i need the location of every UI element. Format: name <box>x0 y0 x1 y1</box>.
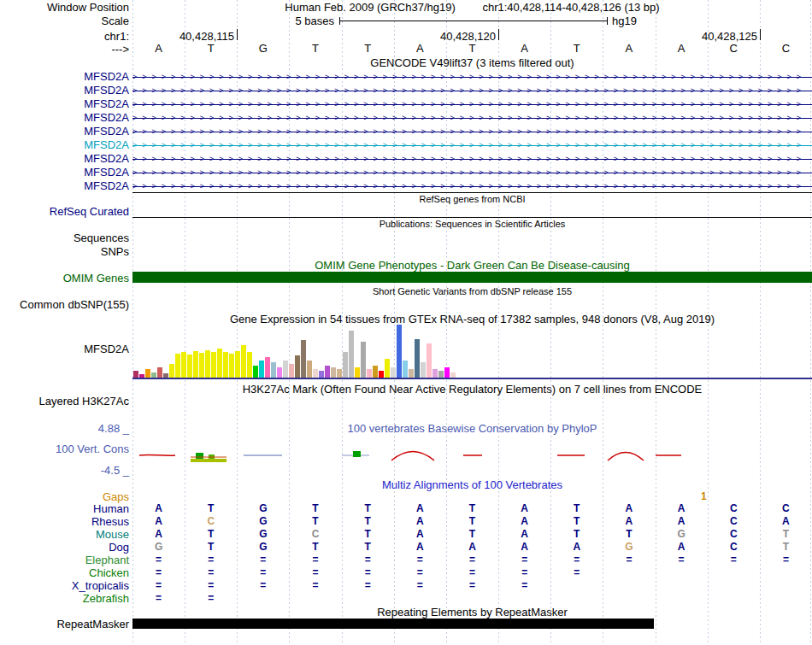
alignment-base: T <box>550 502 603 514</box>
gtex-bar-48[interactable] <box>415 339 420 378</box>
gtex-expression-chart[interactable] <box>133 325 456 378</box>
gtex-bar-52[interactable] <box>438 371 444 378</box>
gene-label-2[interactable]: MFSD2A <box>0 84 129 97</box>
gtex-bar-53[interactable] <box>444 367 450 378</box>
species-label-x_tropicalis[interactable]: X_tropicalis <box>0 579 129 592</box>
gtex-gene-label[interactable]: MFSD2A <box>0 343 129 355</box>
gtex-bar-13[interactable] <box>205 350 210 378</box>
gtex-bar-10[interactable] <box>187 355 192 378</box>
gtex-bar-5[interactable] <box>157 367 162 378</box>
gtex-bar-7[interactable] <box>169 364 174 378</box>
gtex-bar-44[interactable] <box>391 367 396 378</box>
gtex-bar-47[interactable] <box>409 369 414 378</box>
alignment-base: G <box>237 541 289 553</box>
repeatmasker-label[interactable]: RepeatMasker <box>0 618 129 630</box>
gtex-bar-43[interactable] <box>385 359 390 378</box>
species-label-dog[interactable]: Dog <box>0 541 129 554</box>
gtex-bar-20[interactable] <box>247 352 252 378</box>
gene-item-2[interactable]: >>>>>>>>>>>>>>>>>>>>>>>>>>>>>>>>>>>>>>>>… <box>132 85 812 97</box>
gtex-bar-46[interactable] <box>403 361 408 378</box>
ruler-base: A <box>656 42 708 55</box>
gtex-bar-12[interactable] <box>199 353 204 378</box>
species-label-zebrafish[interactable]: Zebrafish <box>0 592 129 605</box>
species-label-chicken[interactable]: Chicken <box>0 566 129 579</box>
gaps-label[interactable]: Gaps <box>0 490 129 503</box>
gtex-bar-8[interactable] <box>175 354 180 378</box>
alignment-base: = <box>237 554 289 566</box>
gtex-bar-1[interactable] <box>133 371 138 378</box>
gene-label-5[interactable]: MFSD2A <box>0 125 129 138</box>
gene-label-8[interactable]: MFSD2A <box>0 166 129 179</box>
sequences-label[interactable]: Sequences <box>0 232 129 244</box>
h3k27ac-label[interactable]: Layered H3K27Ac <box>0 395 129 408</box>
gene-label-7[interactable]: MFSD2A <box>0 152 129 165</box>
species-label-elephant[interactable]: Elephant <box>0 554 129 566</box>
refseq-title: RefSeq genes from NCBI <box>132 194 812 204</box>
gtex-bar-24[interactable] <box>271 362 276 378</box>
gtex-bar-42[interactable] <box>379 371 384 378</box>
gtex-bar-9[interactable] <box>181 352 186 378</box>
gtex-bar-19[interactable] <box>241 345 246 378</box>
gtex-bar-28[interactable] <box>295 355 300 378</box>
gtex-bar-26[interactable] <box>283 361 288 378</box>
gene-item-9[interactable]: >>>>>>>>>>>>>>>>>>>>>>>>>>>>>>>>>>>>>>>>… <box>132 180 812 192</box>
alignment-base: T <box>446 502 498 514</box>
gtex-bar-51[interactable] <box>432 369 438 378</box>
gtex-bar-14[interactable] <box>211 352 216 378</box>
gtex-bar-17[interactable] <box>229 354 234 378</box>
gtex-bar-31[interactable] <box>313 369 318 378</box>
dbsnp-label[interactable]: Common dbSNP(155) <box>0 298 129 311</box>
phylop-wiggle[interactable] <box>132 434 812 478</box>
gtex-bar-36[interactable] <box>343 352 348 378</box>
gene-item-5[interactable]: >>>>>>>>>>>>>>>>>>>>>>>>>>>>>>>>>>>>>>>>… <box>132 126 812 138</box>
gtex-bar-23[interactable] <box>265 357 270 378</box>
gene-item-8[interactable]: >>>>>>>>>>>>>>>>>>>>>>>>>>>>>>>>>>>>>>>>… <box>132 167 812 179</box>
gene-label-9[interactable]: MFSD2A <box>0 179 129 192</box>
alignment-base: C <box>708 515 760 527</box>
gtex-bar-15[interactable] <box>217 349 222 378</box>
species-label-rhesus[interactable]: Rhesus <box>0 515 129 528</box>
gtex-bar-40[interactable] <box>367 369 372 378</box>
gtex-bar-29[interactable] <box>301 340 306 378</box>
gene-item-4[interactable]: >>>>>>>>>>>>>>>>>>>>>>>>>>>>>>>>>>>>>>>>… <box>132 112 812 124</box>
gtex-bar-32[interactable] <box>319 371 324 378</box>
gtex-bar-11[interactable] <box>193 351 198 378</box>
omim-genes-label[interactable]: OMIM Genes <box>0 272 129 284</box>
gtex-bar-34[interactable] <box>331 367 336 378</box>
gtex-bar-39[interactable] <box>361 342 366 378</box>
gene-label-4[interactable]: MFSD2A <box>0 111 129 124</box>
snps-label[interactable]: SNPs <box>0 245 129 258</box>
gtex-bar-27[interactable] <box>289 364 294 378</box>
gtex-bar-37[interactable] <box>349 331 354 378</box>
gtex-bar-38[interactable] <box>355 367 360 378</box>
alignment-base: = <box>185 579 237 591</box>
gene-item-6[interactable]: >>>>>>>>>>>>>>>>>>>>>>>>>>>>>>>>>>>>>>>>… <box>132 139 812 151</box>
species-label-human[interactable]: Human <box>0 502 129 515</box>
gtex-bar-50[interactable] <box>427 343 432 378</box>
repeatmasker-bar[interactable] <box>132 619 654 629</box>
gene-label-1[interactable]: MFSD2A <box>0 70 129 83</box>
gtex-bar-30[interactable] <box>307 361 312 378</box>
gtex-bar-18[interactable] <box>235 351 240 378</box>
species-label-mouse[interactable]: Mouse <box>0 528 129 541</box>
phylop-track-label[interactable]: 100 Vert. Cons <box>0 443 129 455</box>
gene-label-3[interactable]: MFSD2A <box>0 97 129 110</box>
gtex-bar-22[interactable] <box>259 361 264 378</box>
gtex-bar-45[interactable] <box>397 325 402 378</box>
omim-gene-bar[interactable] <box>132 272 812 283</box>
alignment-base: A <box>498 541 550 553</box>
gtex-bar-25[interactable] <box>277 367 282 378</box>
alignment-base: G <box>656 528 708 540</box>
gtex-bar-16[interactable] <box>223 352 228 378</box>
gtex-bar-49[interactable] <box>421 362 426 378</box>
gtex-bar-35[interactable] <box>337 369 342 378</box>
gtex-bar-3[interactable] <box>145 369 150 378</box>
gtex-bar-41[interactable] <box>373 366 378 378</box>
gene-label-6[interactable]: MFSD2A <box>0 138 129 151</box>
gene-item-3[interactable]: >>>>>>>>>>>>>>>>>>>>>>>>>>>>>>>>>>>>>>>>… <box>132 98 812 110</box>
gene-item-7[interactable]: >>>>>>>>>>>>>>>>>>>>>>>>>>>>>>>>>>>>>>>>… <box>132 153 812 165</box>
gene-item-1[interactable]: >>>>>>>>>>>>>>>>>>>>>>>>>>>>>>>>>>>>>>>>… <box>132 71 812 83</box>
gtex-bar-21[interactable] <box>253 366 258 378</box>
refseq-curated-label[interactable]: RefSeq Curated <box>0 205 129 218</box>
gtex-bar-33[interactable] <box>325 366 330 378</box>
